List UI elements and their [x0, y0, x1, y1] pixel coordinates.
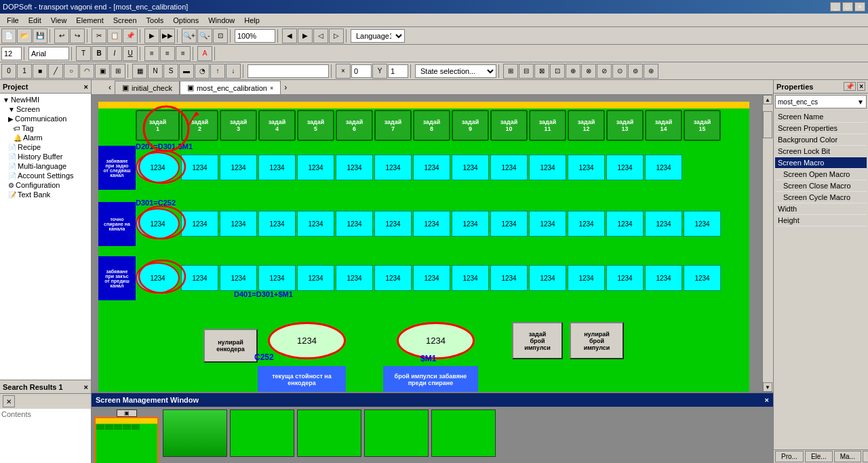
zadai-btn-8[interactable]: задай8	[413, 110, 450, 141]
align-right-btn[interactable]: ≡	[176, 46, 191, 61]
grid-btn[interactable]: ⊞	[111, 64, 125, 79]
blue-btn-row1[interactable]: забяванепри задкоот следвашканал	[98, 146, 136, 190]
open-btn[interactable]: 📂	[17, 28, 32, 43]
tab-close-btn[interactable]: ×	[270, 85, 273, 92]
zadai-btn-12[interactable]: задай12	[568, 110, 605, 141]
menu-file[interactable]: File	[3, 16, 23, 25]
bottom-tab-ele[interactable]: Ele...	[805, 451, 833, 462]
up-btn[interactable]: ↑	[210, 64, 225, 79]
bottom-tab-ma[interactable]: Ma...	[834, 451, 861, 462]
prev-state-btn[interactable]: ◁	[313, 28, 328, 43]
project-tree[interactable]: ▼ NewHMI ▼ Screen ▶ Communication 🏷 Tag …	[0, 94, 91, 380]
zoom-out-btn[interactable]: 🔍-	[197, 28, 212, 43]
tree-item-account[interactable]: 📄 Account Settings	[1, 171, 90, 180]
zadai-btn-3[interactable]: задай3	[220, 110, 257, 141]
tree-item-comm[interactable]: ▶ Communication	[1, 114, 90, 123]
down-btn[interactable]: ↓	[226, 64, 241, 79]
prop-screen-name[interactable]: Screen Name	[775, 111, 867, 123]
tool5-btn[interactable]: ⊕	[566, 64, 580, 79]
prop-height[interactable]: Height	[775, 215, 867, 226]
tool9-btn[interactable]: ⊚	[628, 64, 643, 79]
x-btn[interactable]: ×	[336, 64, 351, 79]
tree-item-textbank[interactable]: 📝 Text Bank	[1, 190, 90, 199]
state-1-btn[interactable]: 1	[17, 64, 32, 79]
prop-cycle-macro[interactable]: Screen Cycle Macro	[775, 192, 867, 203]
tool1-btn[interactable]: ⊞	[503, 64, 518, 79]
line-btn[interactable]: ╱	[48, 64, 63, 79]
blue-btn-row2[interactable]: точноспиране наканала	[98, 202, 136, 246]
tree-item-screen[interactable]: ▼ Screen	[1, 104, 90, 114]
maximize-btn[interactable]: □	[842, 2, 853, 12]
zadai-btn-11[interactable]: задай11	[529, 110, 566, 141]
prop-width[interactable]: Width	[775, 203, 867, 215]
tool4-btn[interactable]: ⊡	[550, 64, 565, 79]
numeric-btn[interactable]: N	[148, 64, 163, 79]
props-close-btn[interactable]: ×	[857, 82, 865, 91]
underline-btn[interactable]: U	[123, 46, 138, 61]
prop-screen-macro[interactable]: Screen Macro	[775, 157, 867, 169]
vertical-scrollbar[interactable]: ▲ ▼	[762, 95, 773, 392]
language-select[interactable]: Language1	[351, 29, 405, 43]
thumbnail-5[interactable]	[364, 409, 429, 457]
element-btn[interactable]: ■	[33, 64, 47, 79]
zadai-btn-2[interactable]: задай2	[181, 110, 218, 141]
bar-btn[interactable]: ▬	[179, 64, 194, 79]
prop-screen-properties[interactable]: Screen Properties	[775, 123, 867, 134]
zadai-btn-4[interactable]: задай4	[258, 110, 296, 141]
scroll-up-btn[interactable]: ▲	[763, 95, 772, 104]
tree-item-newhmi[interactable]: ▼ NewHMI	[1, 95, 90, 104]
bottom-tab-pro2[interactable]: Pro...	[863, 451, 868, 462]
font-size-input[interactable]	[1, 47, 22, 60]
bold-btn[interactable]: B	[92, 46, 106, 61]
menu-window[interactable]: Window	[204, 16, 239, 25]
zadai-btn-5[interactable]: задай5	[297, 110, 334, 141]
tree-item-history[interactable]: 📄 History Buffer	[1, 152, 90, 161]
copy-btn[interactable]: 📋	[107, 28, 122, 43]
color-btn[interactable]: A	[197, 46, 212, 61]
zadai-btn-1[interactable]: задай1	[136, 110, 180, 141]
meter-btn[interactable]: ◔	[195, 64, 210, 79]
prop-bg-color[interactable]: Background Color	[775, 134, 867, 146]
y-coord[interactable]	[388, 64, 408, 78]
zadai-btn-9[interactable]: задай9	[452, 110, 489, 141]
thumbnail-3[interactable]	[230, 409, 294, 457]
cut-btn[interactable]: ✂	[92, 28, 106, 43]
prop-open-macro[interactable]: Screen Open Macro	[775, 169, 867, 180]
next-state-btn[interactable]: ▷	[329, 28, 344, 43]
tool10-btn[interactable]: ⊛	[644, 64, 658, 79]
next-step-btn[interactable]: ▶	[298, 28, 313, 43]
bottom-tab-pro[interactable]: Pro...	[775, 451, 804, 462]
toggle-btn[interactable]: ▦	[132, 64, 147, 79]
scroll-down-btn[interactable]: ▼	[763, 382, 772, 392]
thumbnail-4[interactable]	[297, 409, 361, 457]
close-btn[interactable]: ×	[854, 2, 865, 12]
menu-edit[interactable]: Edit	[24, 16, 45, 25]
tool6-btn[interactable]: ⊗	[581, 64, 596, 79]
paste-btn[interactable]: 📌	[123, 28, 138, 43]
tree-item-multilang[interactable]: 📄 Multi-language	[1, 161, 90, 171]
thumbnail-6[interactable]	[431, 409, 496, 457]
tree-item-recipe[interactable]: 📄 Recipe	[1, 142, 90, 152]
zadai-btn-13[interactable]: задай13	[606, 110, 644, 141]
element-type-input[interactable]	[248, 64, 329, 78]
tree-item-tag[interactable]: 🏷 Tag	[1, 123, 90, 133]
font-name-input[interactable]	[28, 47, 69, 60]
align-left-btn[interactable]: ≡	[144, 46, 159, 61]
zadai-btn-7[interactable]: задай7	[374, 110, 412, 141]
minimize-btn[interactable]: _	[830, 2, 841, 12]
reset-impulse-btn[interactable]: нулирайбройимпулси	[570, 322, 624, 359]
menu-screen[interactable]: Screen	[109, 16, 141, 25]
set-impulse-btn[interactable]: задайбройимпулси	[512, 322, 563, 359]
y-btn[interactable]: Y	[372, 64, 387, 79]
zadai-btn-10[interactable]: задай10	[490, 110, 528, 141]
menu-tools[interactable]: Tools	[142, 16, 168, 25]
save-btn[interactable]: 💾	[33, 28, 47, 43]
tree-item-alarm[interactable]: 🔔 Alarm	[1, 133, 90, 142]
prop-close-macro[interactable]: Screen Close Macro	[775, 180, 867, 192]
state-select[interactable]: State selection...	[415, 64, 496, 78]
text-tool-btn[interactable]: T	[76, 46, 91, 61]
menu-options[interactable]: Options	[169, 16, 203, 25]
project-panel-close[interactable]: ×	[84, 83, 88, 91]
tool7-btn[interactable]: ⊘	[597, 64, 612, 79]
tree-item-config[interactable]: ⚙ Configuration	[1, 180, 90, 190]
